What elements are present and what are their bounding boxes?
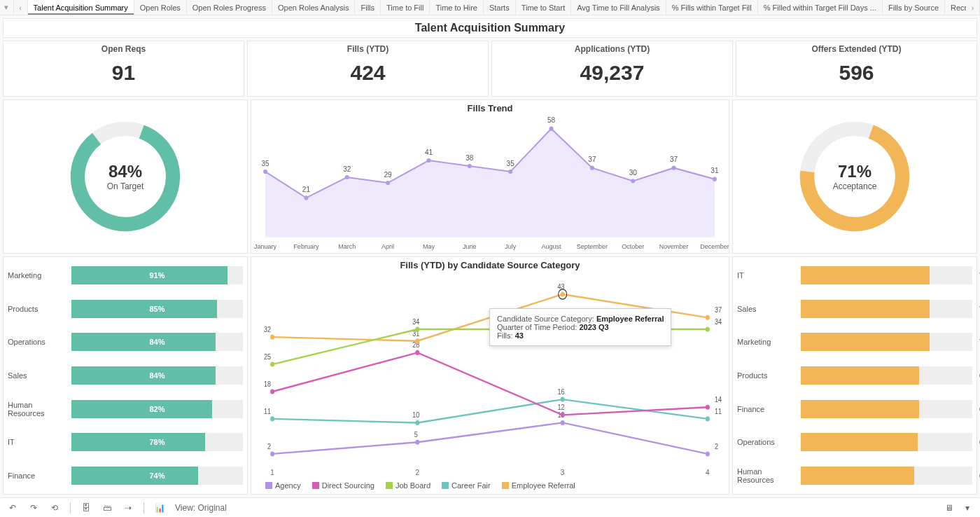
bar-track: 66%: [801, 467, 972, 485]
bar-category: Operations: [8, 338, 67, 346]
svg-text:29: 29: [384, 171, 392, 179]
bar-row[interactable]: IT75%: [737, 266, 972, 284]
undo-icon[interactable]: ↶: [7, 502, 18, 513]
refresh-icon[interactable]: 🗃: [102, 502, 113, 513]
bar-row[interactable]: Finance74%: [8, 467, 243, 485]
legend-item[interactable]: Direct Sourcing: [312, 481, 374, 490]
on-target-bars-panel[interactable]: Marketing91%Products85%Operations84%Sale…: [3, 256, 248, 495]
svg-point-52: [561, 397, 565, 402]
svg-text:February: February: [293, 243, 319, 250]
bar-row[interactable]: Marketing91%: [8, 266, 243, 284]
bar-row[interactable]: Operations84%: [8, 333, 243, 351]
bar-row[interactable]: Products85%: [8, 300, 243, 318]
tab-talent-acquisition-summary[interactable]: Talent Acquisition Summary: [28, 0, 134, 15]
source-chart-legend: AgencyDirect SourcingJob BoardCareer Fai…: [251, 480, 729, 494]
svg-text:35: 35: [507, 160, 514, 167]
svg-point-23: [672, 166, 676, 170]
bar-row[interactable]: Human Resources66%: [737, 467, 972, 485]
bar-track: 85%: [71, 300, 243, 318]
bar-fill: [71, 366, 216, 385]
svg-text:June: June: [463, 243, 477, 250]
bar-fill: [801, 366, 919, 385]
tab-fills[interactable]: Fills: [355, 0, 381, 15]
separator: [144, 502, 144, 513]
bar-row[interactable]: Operations68%: [737, 433, 972, 451]
svg-text:35: 35: [261, 160, 269, 167]
bar-track: 69%: [801, 366, 972, 385]
source-category-panel[interactable]: Fills (YTD) by Candidate Source Category…: [251, 256, 729, 495]
svg-point-60: [561, 413, 565, 418]
svg-point-17: [550, 127, 554, 131]
kpi-applications[interactable]: Applications (YTD) 49,237: [491, 41, 733, 97]
redo-icon[interactable]: ↷: [28, 502, 39, 513]
tab-time-to-fill[interactable]: Time to Fill: [381, 0, 430, 15]
view-icon[interactable]: 📊: [154, 502, 165, 513]
svg-point-11: [426, 158, 430, 163]
kpi-open-reqs[interactable]: Open Reqs 91: [3, 41, 244, 97]
bar-track: 78%: [71, 433, 243, 451]
legend-item[interactable]: Employee Referral: [502, 481, 575, 490]
tab-open-roles-analysis[interactable]: Open Roles Analysis: [272, 0, 356, 15]
tab-recruiter-performan[interactable]: Recruiter Performan: [945, 0, 966, 15]
tab-starts[interactable]: Starts: [484, 0, 516, 15]
app-root: ▾ ‹ Talent Acquisition SummaryOpen Roles…: [0, 0, 980, 517]
kpi-offers[interactable]: Offers Extended (YTD) 596: [736, 41, 977, 97]
tab-time-to-hire[interactable]: Time to Hire: [430, 0, 484, 15]
bar-fill: [71, 400, 212, 418]
legend-swatch: [265, 482, 272, 489]
bar-value: 91%: [149, 266, 164, 284]
legend-item[interactable]: Agency: [265, 481, 301, 490]
svg-point-58: [415, 350, 419, 355]
bar-fill: [801, 467, 914, 485]
legend-item[interactable]: Career Fair: [442, 481, 491, 490]
kpi-label: Applications (YTD): [575, 44, 650, 54]
bar-value: 78%: [149, 433, 164, 451]
svg-text:38: 38: [465, 154, 473, 162]
svg-text:July: July: [505, 243, 516, 250]
legend-label: Agency: [275, 481, 301, 490]
tab-open-roles[interactable]: Open Roles: [134, 0, 187, 15]
legend-swatch: [502, 482, 509, 489]
acceptance-donut-panel[interactable]: 71% Acceptance: [732, 99, 977, 254]
bar-row[interactable]: Sales75%: [737, 300, 972, 318]
tabs-next-button[interactable]: ›: [966, 0, 980, 15]
bar-row[interactable]: Marketing75%: [737, 333, 972, 351]
tab-fills-within-target-fill[interactable]: % Fills within Target Fill: [666, 0, 758, 15]
tab-avg-time-to-fill-analysis[interactable]: Avg Time to Fill Analysis: [571, 0, 666, 15]
tab-open-roles-progress[interactable]: Open Roles Progress: [187, 0, 272, 15]
bar-fill: [801, 300, 930, 318]
bar-fill: [801, 266, 930, 284]
bottom-toolbar: ↶ ↷ ⟲ 🗄 🗃 ⇢ 📊 View: Original 🖥 ▾: [0, 497, 980, 517]
acceptance-bars-panel[interactable]: IT75%Sales75%Marketing75%Products69%Fina…: [732, 256, 977, 495]
source-line-chart: 2510211101611182812143231433725343434123…: [251, 273, 729, 480]
tab-host: Talent Acquisition SummaryOpen RolesOpen…: [28, 0, 967, 15]
bar-row[interactable]: IT78%: [8, 433, 243, 451]
bar-value: 82%: [149, 400, 164, 418]
kpi-fills-ytd[interactable]: Fills (YTD) 424: [247, 41, 489, 97]
revert-icon[interactable]: ⟲: [49, 502, 60, 513]
tabs-prev-button[interactable]: ‹: [14, 0, 28, 15]
on-target-donut-panel[interactable]: 84% On Target: [3, 99, 248, 254]
bar-row[interactable]: Finance69%: [737, 400, 972, 418]
more-icon[interactable]: ▾: [962, 502, 973, 513]
bar-row[interactable]: Products69%: [737, 366, 972, 385]
bar-row[interactable]: Sales84%: [8, 366, 243, 385]
legend-label: Employee Referral: [512, 481, 575, 490]
tab-filled-within-target-fill-days[interactable]: % Filled within Target Fill Days ...: [758, 0, 883, 15]
tab-time-to-start[interactable]: Time to Start: [516, 0, 572, 15]
tabs-menu-button[interactable]: ▾: [0, 0, 14, 15]
fills-trend-title: Fills Trend: [251, 100, 729, 116]
svg-text:August: August: [541, 243, 561, 250]
data-source-icon[interactable]: 🗄: [80, 502, 92, 513]
tab-fills-by-source[interactable]: Fills by Source: [883, 0, 945, 15]
legend-item[interactable]: Job Board: [386, 481, 430, 490]
svg-text:37: 37: [715, 306, 722, 315]
bar-track: 69%: [801, 400, 972, 418]
pause-icon[interactable]: ⇢: [122, 502, 134, 513]
fills-trend-panel[interactable]: Fills Trend 352132294138355837303731Janu…: [251, 99, 729, 254]
bar-row[interactable]: Human Resources82%: [8, 400, 243, 418]
svg-text:30: 30: [629, 169, 637, 177]
view-label[interactable]: View: Original: [175, 503, 227, 513]
kpi-value: 424: [350, 61, 385, 85]
device-layouts-icon[interactable]: 🖥: [944, 502, 955, 513]
